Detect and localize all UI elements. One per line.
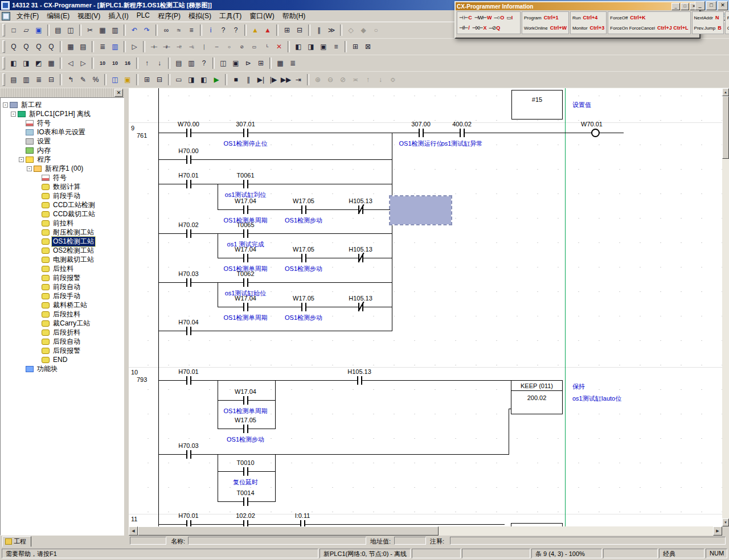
name-field[interactable] [188,537,366,545]
toolbar-button[interactable]: │ [198,40,210,53]
instruction-box-operand[interactable]: #15 [511,90,563,120]
toolbar-button[interactable] [276,24,279,36]
tree-item[interactable]: 后段折料 [1,328,124,337]
menu-item[interactable]: 视图(V) [73,10,104,23]
toolbar-button[interactable]: □ [7,24,20,36]
toolbar-button[interactable]: ? [217,24,230,36]
toolbar-button[interactable]: ⊘ [337,73,349,86]
scroll-left-icon[interactable]: ◀ [129,526,138,536]
workspace-close-icon[interactable]: ✕ [114,89,123,97]
toolbar-button[interactable]: ◧ [292,40,305,53]
contact-no[interactable] [186,180,191,188]
contact-no[interactable] [186,155,191,164]
toolbar-button[interactable]: 16 [121,57,134,69]
toolbar-button[interactable]: ◫ [217,57,230,69]
toolbar-button[interactable]: ▶ [210,73,223,86]
tree-expander-icon[interactable]: - [11,112,16,117]
contact-no[interactable] [301,254,306,262]
menu-item[interactable]: 窗口(W) [245,10,278,23]
toolbar-button[interactable]: ∞ [160,24,173,36]
contact-no[interactable] [243,520,248,526]
toolbar-button[interactable]: ◫ [64,24,77,36]
toolbar-button[interactable] [124,24,126,36]
tree-item[interactable]: IO表和单元设置 [1,127,124,137]
toolbar-button[interactable]: ▣ [230,57,242,69]
toolbar-button[interactable]: ○ [223,40,235,53]
toolbar-button[interactable] [225,74,227,85]
toolbar-button[interactable]: ≣ [96,40,109,53]
contact-no[interactable] [243,180,248,188]
contact-no[interactable] [419,129,424,137]
tree-expander-icon[interactable]: - [27,166,32,171]
tree-item[interactable]: 裁Carry工站 [1,319,124,328]
toolbar-button[interactable]: ▤ [77,40,89,53]
contact-no[interactable] [243,425,248,433]
toolbar-button[interactable] [60,74,62,85]
toolbar-button[interactable] [92,57,94,69]
toolbar-button[interactable]: ▦ [64,40,77,53]
toolbar-button[interactable]: ▥ [109,40,121,53]
tree-item[interactable]: - 程序 [1,155,124,164]
toolbar-button[interactable] [244,24,247,36]
contact-no[interactable] [357,376,362,385]
contact-no[interactable] [243,254,248,262]
toolbar-button[interactable]: ▤ [52,24,64,36]
scroll-up-icon[interactable]: ▲ [722,88,729,96]
scroll-right-icon[interactable]: ▶ [713,526,722,536]
toolbar-button[interactable]: ↓ [153,57,166,69]
toolbar-button[interactable]: ≈ [173,24,185,36]
tree-item[interactable]: 后段报警 [1,346,124,355]
tree-item[interactable]: 数据计算 [1,182,124,191]
information-title-bar[interactable]: CX-Programmer Information _ □ ✕ [456,2,699,10]
toolbar-button[interactable]: i [204,24,217,36]
horizontal-scrollbar[interactable]: ◀ ▶ [129,526,722,536]
toolbar-button[interactable]: ⊣⊢ [148,40,160,53]
toolbar-button[interactable]: ─ [210,40,223,53]
toolbar-button[interactable]: Q [32,40,45,53]
toolbar-button[interactable] [143,41,145,52]
toolbar-button[interactable]: ⊞ [281,24,293,36]
toolbar-button[interactable]: ◁ [64,57,77,69]
toolbar-button[interactable]: ▱ [20,24,32,36]
toolbar-button[interactable] [168,57,170,69]
toolbar-button[interactable]: ✕ [273,40,285,53]
tree-item[interactable]: 后拉料 [1,264,124,273]
tree-item[interactable]: 后段自动 [1,337,124,346]
toolbar-button[interactable]: Q [7,40,20,53]
toolbar-button[interactable]: ⊞ [349,40,362,53]
toolbar-button[interactable]: ◆ [357,24,370,36]
toolbar-button[interactable]: ▭ [173,73,185,86]
tree-item[interactable]: OS1检测工站 [1,237,124,246]
toolbar-button[interactable] [212,57,215,69]
contact-no[interactable] [186,376,191,385]
toolbar-button[interactable]: ✂ [84,24,96,36]
contact-no[interactable] [186,278,191,287]
toolbar-button[interactable]: ∥ [242,73,255,86]
mini-field[interactable] [130,537,166,545]
toolbar-button[interactable]: ⊣↓ [185,40,198,53]
contact-no[interactable] [243,396,248,405]
toolbar-button[interactable]: ? [230,24,242,36]
toolbar-button[interactable] [288,41,290,52]
vertical-scroll-thumb[interactable] [722,96,729,159]
contact-no[interactable] [243,229,248,238]
tree-item[interactable]: 裁料桥工站 [1,300,124,310]
tree-item[interactable]: CCD裁切工站 [1,209,124,219]
toolbar-button[interactable]: ▲ [261,24,274,36]
toolbar-button[interactable]: ⊟ [45,73,58,86]
tree-item[interactable]: - 新程序1 (00) [1,164,124,173]
toolbar-button[interactable]: ↓ [374,73,387,86]
toolbar-button[interactable]: Q [45,40,58,53]
toolbar-grip[interactable] [2,73,5,86]
tree-item[interactable]: 耐压检测工站 [1,228,124,237]
toolbar-button[interactable]: ⊞ [255,57,267,69]
toolbar-button[interactable]: 10 [96,57,109,69]
contact-no[interactable] [186,520,191,526]
contact-nc[interactable] [358,254,363,262]
toolbar-button[interactable]: ? [198,57,210,69]
contact-no[interactable] [186,327,191,335]
tree-item[interactable]: 内存 [1,146,124,155]
tree-item[interactable]: 后段拉料 [1,310,124,319]
info-minimize-button[interactable]: _ [671,3,680,10]
toolbar-button[interactable]: ▣ [32,24,45,36]
